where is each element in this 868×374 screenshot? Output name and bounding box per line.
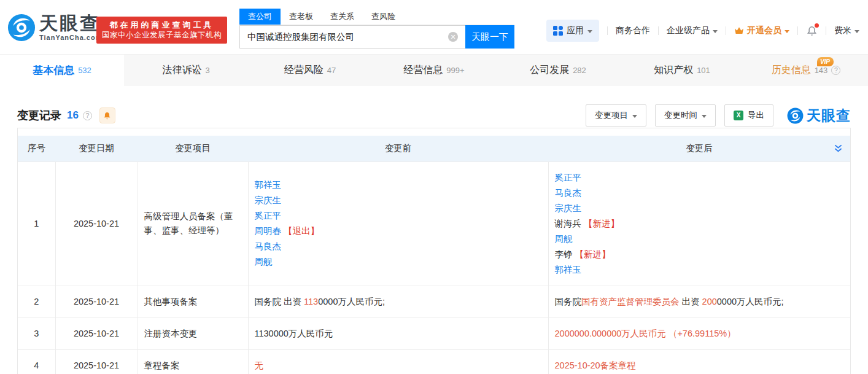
chevron-down-icon bbox=[785, 30, 789, 33]
nav-user-menu[interactable]: 费米 bbox=[834, 25, 859, 36]
main-content: 变更记录 16 ? 变更项目 变更时间 X 导出 bbox=[0, 103, 868, 374]
help-icon[interactable]: ? bbox=[83, 111, 92, 120]
cell-line: 宗庆生 bbox=[255, 193, 542, 208]
search-input[interactable] bbox=[239, 25, 465, 49]
site-header: 天眼查 TianYanCha.com 都在用的商业查询工具 国家中小企业发展子基… bbox=[0, 0, 868, 54]
entity-link[interactable]: 马良杰 bbox=[255, 241, 282, 251]
col-header-2: 变更项目 bbox=[138, 136, 248, 162]
entity-link[interactable]: 周舰 bbox=[255, 257, 273, 267]
username: 费米 bbox=[834, 25, 851, 36]
apps-label: 应用 bbox=[567, 25, 584, 36]
text-segment: 0000万人民币元; bbox=[318, 297, 385, 306]
cell-date: 2025-10-21 bbox=[55, 286, 138, 318]
section-count: 16 bbox=[67, 109, 79, 122]
nav-open-vip[interactable]: 开通会员 bbox=[734, 25, 789, 36]
page-tabs: 基本信息532法律诉讼3经营风险47经营信息999+公司发展282知识产权101… bbox=[0, 54, 868, 86]
cell-no: 1 bbox=[18, 162, 55, 286]
chevron-down-icon bbox=[713, 30, 718, 33]
cell-line: 马良杰 bbox=[555, 185, 845, 201]
search-tab-0[interactable]: 查公司 bbox=[239, 9, 281, 25]
cell-line: 国务院 出资 1130000万人民币元; bbox=[255, 294, 542, 310]
entity-link[interactable]: 郭祥玉 bbox=[555, 265, 582, 275]
divider bbox=[826, 26, 826, 35]
table-header-row: 序号变更日期变更项目变更前变更后 bbox=[18, 136, 850, 162]
tab-6[interactable]: 历史信息143VIP? bbox=[744, 55, 868, 86]
table-row: 32025-10-21注册资本变更1130000万人民币元2000000.000… bbox=[18, 318, 850, 349]
export-button[interactable]: X 导出 bbox=[724, 104, 773, 127]
entity-link[interactable]: 周舰 bbox=[555, 234, 573, 244]
entity-link[interactable]: 宗庆生 bbox=[255, 195, 282, 205]
text-segment: 李铮 bbox=[555, 249, 573, 259]
crown-icon bbox=[734, 26, 744, 35]
cell-date: 2025-10-21 bbox=[55, 349, 138, 374]
cell-item: 其他事项备案 bbox=[138, 286, 248, 318]
cell-after: 2025-10-20备案章程 bbox=[548, 349, 850, 374]
search-tab-1[interactable]: 查老板 bbox=[281, 9, 322, 25]
tianyancha-watermark-icon bbox=[787, 107, 804, 124]
search-tab-2[interactable]: 查关系 bbox=[322, 9, 363, 25]
search-module: 查公司查老板查关系查风险 ✕ 天眼一下 bbox=[239, 9, 514, 49]
tab-1[interactable]: 法律诉讼3 bbox=[124, 55, 248, 86]
entity-link[interactable]: 周明春 bbox=[255, 226, 282, 236]
tab-5[interactable]: 知识产权101 bbox=[620, 55, 744, 86]
search-tabs: 查公司查老板查关系查风险 bbox=[239, 9, 514, 25]
text-segment: 谢海兵 bbox=[555, 219, 582, 228]
table-row: 12025-10-21高级管理人员备案（董事、监事、经理等）郭祥玉宗庆生奚正平周… bbox=[18, 162, 850, 286]
text-segment: 【新进】 bbox=[573, 249, 611, 259]
notification-dot bbox=[815, 23, 819, 28]
text-segment: 无 bbox=[255, 360, 264, 370]
tab-label: 法律诉讼 bbox=[162, 64, 201, 77]
cell-line: 2000000.000000万人民币元 （+76.99115%） bbox=[555, 326, 845, 341]
entity-link[interactable]: 郭祥玉 bbox=[255, 180, 282, 190]
text-segment: 国有资产监督管理委员会 bbox=[581, 297, 680, 306]
text-segment: 2000000.000000万人民币元 （+76.99115%） bbox=[555, 329, 736, 338]
watermark-logo: 天眼查 bbox=[787, 106, 851, 125]
notifications-bell-icon[interactable] bbox=[806, 25, 818, 37]
slogan-line1: 都在用的商业查询工具 bbox=[102, 20, 222, 30]
collapse-double-chevron-icon[interactable] bbox=[834, 144, 843, 155]
subscribe-bell-button[interactable] bbox=[99, 107, 115, 123]
tianyancha-logo[interactable]: 天眼查 TianYanCha.com bbox=[7, 14, 102, 42]
tab-3[interactable]: 经营信息999+ bbox=[372, 55, 496, 86]
cell-line: 郭祥玉 bbox=[255, 177, 542, 193]
change-records-table: 序号变更日期变更项目变更前变更后 12025-10-21高级管理人员备案（董事、… bbox=[17, 128, 851, 374]
divider bbox=[726, 26, 726, 35]
cell-line: 周明春 【退出】 bbox=[255, 224, 542, 239]
divider bbox=[797, 26, 798, 35]
nav-enterprise-products[interactable]: 企业级产品 bbox=[667, 25, 718, 36]
tab-label: 经营风险 bbox=[284, 64, 324, 77]
cell-line: 奚正平 bbox=[255, 208, 542, 224]
filter-change-item-button[interactable]: 变更项目 bbox=[586, 104, 646, 127]
entity-link[interactable]: 奚正平 bbox=[555, 173, 582, 182]
entity-link[interactable]: 宗庆生 bbox=[555, 203, 582, 213]
table-body: 12025-10-21高级管理人员备案（董事、监事、经理等）郭祥玉宗庆生奚正平周… bbox=[18, 162, 850, 374]
entity-link[interactable]: 马良杰 bbox=[555, 188, 582, 198]
search-tab-3[interactable]: 查风险 bbox=[363, 9, 404, 25]
cell-no: 4 bbox=[18, 349, 55, 374]
help-icon[interactable]: ? bbox=[831, 66, 840, 75]
apps-menu-button[interactable]: 应用 bbox=[546, 20, 599, 42]
section-title: 变更记录 bbox=[17, 108, 61, 123]
tab-count: 101 bbox=[697, 66, 710, 75]
tab-2[interactable]: 经营风险47 bbox=[248, 55, 372, 86]
chevron-down-icon bbox=[632, 115, 637, 118]
cell-item: 高级管理人员备案（董事、监事、经理等） bbox=[138, 162, 248, 286]
tab-4[interactable]: 公司发展282 bbox=[496, 55, 620, 86]
entity-link[interactable]: 奚正平 bbox=[255, 211, 282, 220]
col-header-0: 序号 bbox=[18, 136, 55, 162]
text-segment: 0000万人民币元; bbox=[717, 297, 784, 306]
filter-change-time-button[interactable]: 变更时间 bbox=[655, 104, 716, 127]
cell-after: 奚正平马良杰宗庆生谢海兵 【新进】周舰李铮 【新进】郭祥玉 bbox=[548, 162, 850, 286]
col-header-4: 变更后 bbox=[548, 136, 850, 162]
text-segment: 出资 bbox=[680, 297, 702, 306]
section-header: 变更记录 16 ? 变更项目 变更时间 X 导出 bbox=[17, 103, 851, 128]
cell-line: 谢海兵 【新进】 bbox=[555, 216, 845, 232]
search-button[interactable]: 天眼一下 bbox=[465, 25, 514, 49]
tab-0[interactable]: 基本信息532 bbox=[0, 55, 124, 86]
nav-cooperation[interactable]: 商务合作 bbox=[616, 25, 650, 36]
clear-input-icon[interactable]: ✕ bbox=[448, 32, 458, 42]
brand-domain: TianYanCha.com bbox=[39, 34, 102, 41]
cell-line: 国务院国有资产监督管理委员会 出资 2000000万人民币元; bbox=[555, 294, 845, 310]
watermark-text: 天眼查 bbox=[807, 106, 851, 125]
cell-line: 周舰 bbox=[255, 254, 542, 270]
